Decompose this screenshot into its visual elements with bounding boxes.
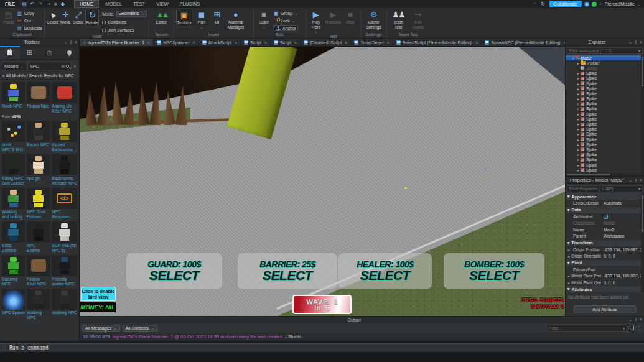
tab-marketplace[interactable] (0, 46, 20, 59)
duplicate-button[interactable]: ▥Duplicate (17, 25, 42, 31)
search-field[interactable] (30, 64, 60, 68)
chevron-right-icon[interactable]: ▸ (568, 281, 570, 285)
tree-row-spike[interactable]: ▸Spike (566, 147, 641, 152)
property-row[interactable]: ▸World Pivot Posit...-133.134, 119.087, … (566, 273, 641, 280)
tab-plugins[interactable]: PLUGINS (174, 1, 205, 7)
close-tab-icon[interactable]: × (293, 40, 297, 45)
close-tab-icon[interactable]: × (192, 40, 195, 45)
property-row[interactable]: ▸Origin Position-133.134, 119.087, 26... (566, 247, 641, 254)
close-icon[interactable]: × (75, 40, 77, 45)
chevron-icon[interactable]: ▸ (576, 157, 581, 162)
properties-section-header[interactable]: ▾Pivot (566, 260, 641, 267)
chevron-right-icon[interactable]: ▸ (568, 274, 570, 278)
group-button[interactable]: ▣Group⌄ (273, 10, 298, 16)
property-value[interactable]: Model (601, 221, 641, 225)
color-button[interactable]: ■Color⌄ (256, 9, 272, 29)
select-button[interactable]: SELECT (149, 268, 199, 283)
chevron-icon[interactable]: ▸ (576, 61, 581, 65)
chevron-icon[interactable]: ▸ (576, 122, 581, 126)
chevron-icon[interactable]: ▸ (576, 76, 581, 80)
copy-button[interactable]: ▥Copy (17, 10, 42, 16)
chevron-down-icon[interactable]: ⌄ (628, 40, 632, 45)
username[interactable]: PiercedMissile (605, 1, 635, 7)
chevron-icon[interactable]: ▸ (576, 137, 581, 142)
properties-section-header[interactable]: ▾Attributes (566, 286, 641, 292)
property-value[interactable]: -133.134, 119.087, 26... (601, 274, 641, 278)
tree-row-spike[interactable]: ▸Spike (566, 106, 641, 111)
chevron-icon[interactable]: ▸ (576, 117, 581, 121)
checkbox-checked-icon[interactable]: ✓ (604, 215, 608, 219)
cut-button[interactable]: ✂Cut (17, 17, 42, 24)
tab-inventory[interactable]: ⊞ (20, 46, 40, 59)
tree-row-spike[interactable]: ▸Spike (566, 121, 641, 126)
chevron-down-icon[interactable]: ⌄ (63, 40, 67, 45)
tree-row-spike[interactable]: ▸Spike (566, 167, 641, 172)
search-input[interactable]: ⊗ (27, 62, 72, 70)
tree-row-folder[interactable]: ▸Folder (566, 60, 641, 65)
chevron-icon[interactable]: ▸ (576, 132, 581, 136)
chevron-icon[interactable]: ▸ (576, 127, 581, 131)
mode-dropdown[interactable]: Geometric⌄ (116, 11, 147, 17)
document-tab[interactable]: NPCSpawner× (154, 39, 199, 46)
toolbox-item[interactable]: Floppa Killer NPC (Head) (27, 255, 50, 287)
tab-recent[interactable]: ◷ (40, 46, 60, 59)
property-row[interactable]: LevelOfDetailAutomatic (566, 200, 641, 207)
undo-icon[interactable]: ↶ (29, 1, 37, 7)
thumbs-down-icon[interactable] (17, 115, 21, 118)
property-value[interactable]: 0, 0, 0 (601, 281, 641, 285)
tree-row-spike[interactable]: ▸Spike (566, 162, 641, 167)
property-value[interactable]: ✓ (601, 215, 641, 219)
properties-filter-input[interactable]: Filter Properties (⌥⌘P)▾ (567, 185, 643, 192)
messages-filter-dropdown[interactable]: All Messages⌄ (82, 325, 120, 332)
properties-section-header[interactable]: ▾Data (566, 207, 641, 214)
close-tab-icon[interactable]: × (343, 40, 347, 45)
tree-row-map2[interactable]: ▾Map2 (566, 55, 641, 60)
tab-creations[interactable] (59, 46, 79, 59)
chevron-icon[interactable]: ▸ (576, 101, 581, 106)
breadcrumb[interactable]: < All Models / Search Results for NPC (0, 72, 79, 80)
globe-icon[interactable]: ⊕ (584, 2, 589, 7)
toolbox-item[interactable]: NPC Spawn (2, 289, 25, 320)
scale-tool-button[interactable]: ⤢Scale (73, 9, 85, 25)
property-row[interactable]: ▸World Pivot Orie...0, 0, 0 (566, 280, 641, 287)
tree-row-spike[interactable]: ▸Spike (566, 127, 641, 132)
tree-row-spike[interactable]: ▸Spike (566, 96, 641, 101)
toolbox-item[interactable]: NPC That Follows… (27, 188, 50, 220)
toolbox-item[interactable]: Injured Backrooms… (52, 121, 77, 152)
move-tool-button[interactable]: ✛Move (60, 9, 72, 25)
tree-row-spike[interactable]: ▸Spike (566, 91, 641, 96)
redo-icon[interactable]: ↷ (37, 1, 45, 7)
property-value[interactable]: -133.134, 119.087, 26... (601, 248, 641, 252)
box-icon[interactable]: ■ (52, 1, 59, 7)
chevron-down-icon[interactable]: ⌄ (67, 2, 73, 6)
chevron-icon[interactable]: ▸ (576, 81, 581, 86)
material-manager-button[interactable]: ●Material Manager (225, 9, 247, 29)
collisions-checkbox[interactable]: Collisions (102, 19, 147, 26)
add-attribute-button[interactable]: Add Attribute (574, 305, 636, 313)
chevron-icon[interactable]: ▸ (576, 112, 581, 116)
toolbox-item[interactable]: Walking and talking NPC (2, 188, 25, 220)
tab-view[interactable]: VIEW (151, 1, 173, 7)
document-tab[interactable]: [Disabled] Script× (301, 39, 351, 46)
collapse-ribbon-icon[interactable]: ⌃ (533, 2, 536, 6)
select-button[interactable]: SELECT (263, 268, 312, 283)
toolbox-item[interactable]: </>NPC Respawn… (52, 188, 77, 220)
close-tab-icon[interactable]: × (474, 40, 478, 45)
kebab-menu-icon[interactable]: ⋮ (637, 325, 642, 331)
toolbox-item[interactable]: NPC Enemy Black Soldier (27, 221, 50, 253)
toolbox-item[interactable]: SCP-096 (for NPC's) (52, 221, 77, 253)
toolbox-button[interactable]: ▣Toolbox (176, 9, 192, 26)
toolbox-item[interactable]: Dancing NPC (2, 255, 25, 287)
chevron-icon[interactable]: ▸ (576, 91, 581, 96)
log-entry[interactable]: 16:30:00.879 isgreal750's Place Number: … (80, 333, 644, 341)
close-tab-icon[interactable]: × (263, 40, 267, 45)
toolbox-item[interactable]: noob NPC'S BIG pack (2, 121, 25, 152)
chevron-icon[interactable]: ▾ (571, 56, 576, 60)
chevron-icon[interactable]: ▸ (576, 86, 581, 91)
property-value[interactable]: Map2 (601, 228, 641, 232)
new-file-icon[interactable]: ▤ (20, 1, 29, 7)
filter-icon[interactable]: ≡ (73, 63, 77, 69)
property-row[interactable]: NameMap2 (566, 227, 641, 234)
explorer-filter-input[interactable]: Filter workspace (⌃⇧X)▾ (567, 47, 643, 54)
tree-row-script[interactable]: Script (566, 65, 641, 70)
